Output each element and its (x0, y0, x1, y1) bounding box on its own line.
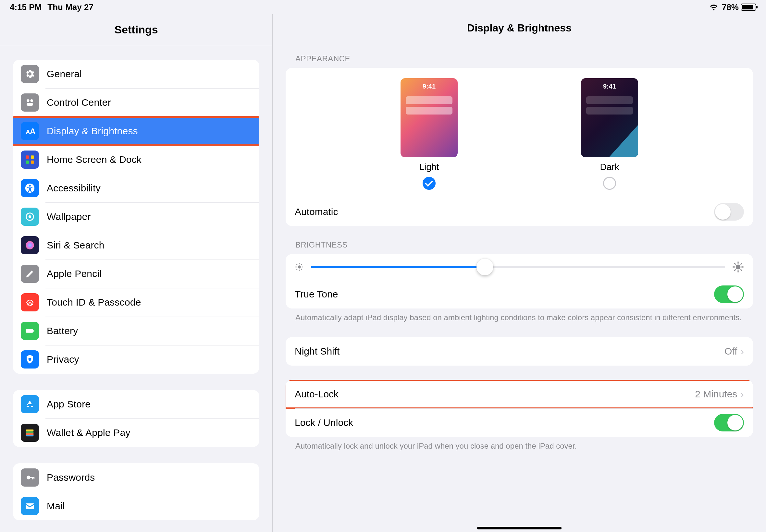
appearance-option-dark[interactable]: 9:41 Dark (581, 78, 638, 190)
svg-point-36 (736, 265, 741, 270)
nightshift-value: Off (724, 346, 737, 357)
svg-rect-19 (26, 431, 34, 433)
svg-point-13 (26, 241, 34, 249)
sidebar-item-label: Mail (47, 501, 65, 512)
sidebar-item-label: Apple Pencil (47, 268, 102, 279)
sidebar-item-touchid[interactable]: Touch ID & Passcode (13, 288, 259, 317)
svg-rect-20 (26, 433, 34, 435)
brightness-section-label: BRIGHTNESS (286, 235, 753, 254)
battery-icon (21, 322, 39, 340)
light-preview: 9:41 (401, 78, 458, 157)
chevron-right-icon: › (740, 345, 744, 357)
sidebar-title: Settings (0, 14, 272, 46)
dark-preview: 9:41 (581, 78, 638, 157)
wallpaper-icon (21, 208, 39, 226)
dark-radio[interactable] (603, 177, 616, 190)
mail-icon (21, 497, 39, 515)
automatic-row[interactable]: Automatic (286, 198, 753, 226)
svg-line-33 (301, 269, 302, 270)
truetone-row[interactable]: True Tone (286, 280, 753, 308)
light-label: Light (420, 162, 439, 172)
status-date: Thu May 27 (47, 2, 93, 12)
sidebar-item-label: Control Center (47, 97, 111, 108)
sidebar-item-label: Home Screen & Dock (47, 154, 141, 165)
svg-rect-17 (31, 406, 33, 407)
appearance-card: 9:41 Light 9:41 Dark (286, 68, 753, 226)
battery-percent: 78% (722, 2, 739, 12)
svg-text:A: A (26, 128, 30, 135)
sidebar-item-wallet[interactable]: Wallet & Apple Pay (13, 418, 259, 447)
appearance-option-light[interactable]: 9:41 Light (401, 78, 458, 190)
svg-rect-15 (33, 330, 34, 332)
truetone-toggle[interactable] (714, 285, 744, 303)
truetone-footer: Automatically adapt iPad display based o… (286, 308, 753, 323)
svg-line-35 (301, 264, 302, 265)
appearance-section-label: APPEARANCE (286, 49, 753, 68)
sidebar-item-label: Accessibility (47, 183, 101, 194)
sidebar-item-label: Display & Brightness (47, 126, 138, 137)
svg-rect-25 (33, 477, 34, 479)
svg-line-41 (734, 263, 736, 264)
sidebar-item-mail[interactable]: Mail (13, 492, 259, 520)
wallet-icon (21, 424, 39, 442)
sidebar-item-wallpaper[interactable]: Wallpaper (13, 202, 259, 231)
sidebar-item-siri[interactable]: Siri & Search (13, 231, 259, 260)
autolock-row[interactable]: Auto-Lock 2 Minutes › (286, 380, 753, 408)
sidebar-item-label: Privacy (47, 354, 79, 365)
sidebar-item-label: Touch ID & Passcode (47, 297, 141, 308)
general-icon (21, 65, 39, 83)
svg-line-34 (297, 269, 297, 270)
svg-rect-26 (26, 503, 34, 509)
svg-rect-18 (26, 429, 34, 431)
brightness-slider[interactable] (311, 266, 725, 268)
siri-icon (21, 236, 39, 254)
touchid-icon (21, 293, 39, 311)
svg-point-27 (298, 265, 300, 268)
svg-line-44 (741, 263, 742, 264)
lockunlock-footer: Automatically lock and unlock your iPad … (286, 437, 753, 451)
home-indicator (477, 527, 562, 529)
svg-rect-7 (26, 161, 29, 164)
battery-icon (741, 4, 756, 11)
sidebar-item-pencil[interactable]: Apple Pencil (13, 260, 259, 288)
svg-line-43 (734, 270, 736, 271)
brightness-card: True Tone (286, 254, 753, 308)
sidebar-item-appstore[interactable]: App Store (13, 390, 259, 418)
sun-small-icon (295, 262, 304, 272)
sun-large-icon (732, 261, 744, 273)
status-time: 4:15 PM (10, 2, 42, 12)
svg-text:A: A (30, 127, 35, 136)
light-radio[interactable] (423, 177, 436, 190)
wifi-icon (709, 4, 719, 11)
svg-point-22 (27, 476, 30, 479)
sidebar-item-home[interactable]: Home Screen & Dock (13, 145, 259, 174)
display-icon: AA (21, 122, 39, 140)
status-bar: 4:15 PM Thu May 27 78% (0, 0, 766, 14)
detail-title: Display & Brightness (273, 14, 766, 49)
lockunlock-row[interactable]: Lock / Unlock (286, 408, 753, 437)
lockunlock-toggle[interactable] (714, 414, 744, 431)
sidebar-item-access[interactable]: Accessibility (13, 174, 259, 202)
svg-point-1 (30, 99, 33, 102)
autolock-card: Auto-Lock 2 Minutes › Lock / Unlock (286, 380, 753, 437)
cc-icon (21, 93, 39, 112)
svg-line-42 (741, 270, 742, 271)
nightshift-row[interactable]: Night Shift Off › (286, 337, 753, 366)
svg-point-0 (27, 99, 30, 102)
privacy-icon (21, 350, 39, 369)
sidebar-item-cc[interactable]: Control Center (13, 88, 259, 117)
svg-rect-8 (31, 161, 34, 164)
sidebar-item-label: Wallet & Apple Pay (47, 427, 130, 438)
sidebar-item-passwords[interactable]: Passwords (13, 463, 259, 492)
sidebar-item-general[interactable]: General (13, 60, 259, 88)
sidebar-item-display[interactable]: AADisplay & Brightness (13, 117, 259, 145)
sidebar-item-label: Passwords (47, 472, 95, 483)
svg-point-12 (29, 215, 31, 218)
sidebar-item-privacy[interactable]: Privacy (13, 345, 259, 374)
svg-point-10 (29, 185, 31, 187)
home-icon (21, 151, 39, 169)
svg-rect-2 (27, 103, 33, 106)
svg-rect-16 (27, 406, 29, 407)
sidebar-item-battery[interactable]: Battery (13, 317, 259, 345)
automatic-toggle[interactable] (714, 203, 744, 221)
